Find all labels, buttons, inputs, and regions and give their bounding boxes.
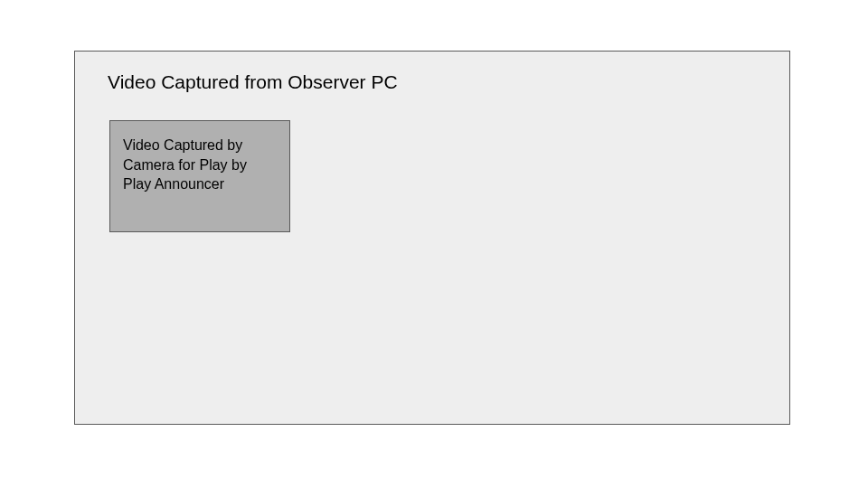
camera-video-inset-box: Video Captured by Camera for Play by Pla… <box>109 120 290 232</box>
observer-pc-video-container: Video Captured from Observer PC Video Ca… <box>74 51 790 425</box>
inner-box-text: Video Captured by Camera for Play by Pla… <box>123 136 277 194</box>
outer-box-title: Video Captured from Observer PC <box>108 71 398 93</box>
